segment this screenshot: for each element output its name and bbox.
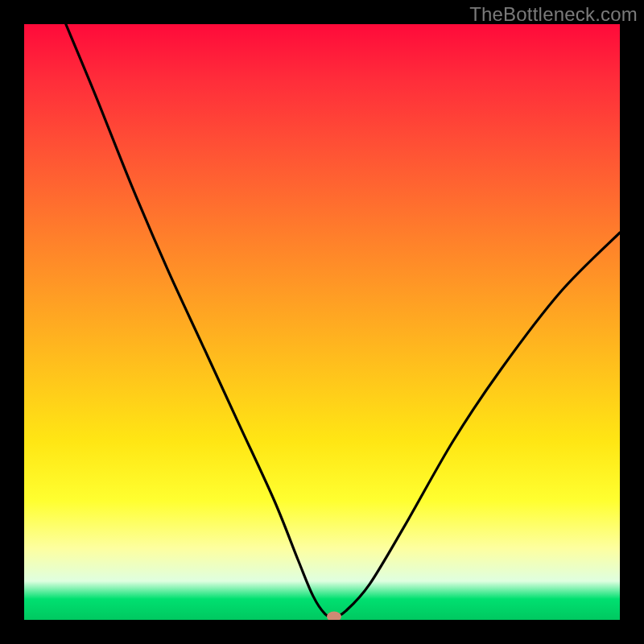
- curve-layer: [24, 24, 620, 620]
- chart-frame: TheBottleneck.com: [0, 0, 644, 644]
- optimal-point-marker: [327, 612, 341, 620]
- attribution-text: TheBottleneck.com: [469, 3, 638, 26]
- bottleneck-curve: [66, 24, 620, 617]
- plot-area: [24, 24, 620, 620]
